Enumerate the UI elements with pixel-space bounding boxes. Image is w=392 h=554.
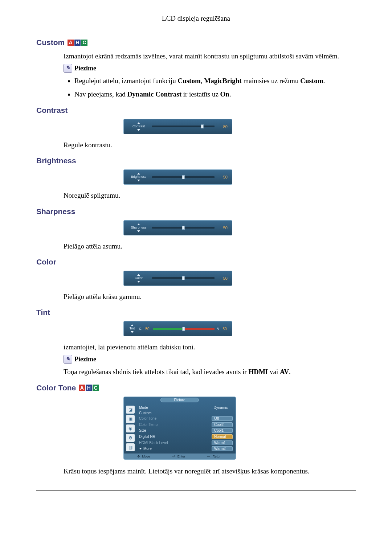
badge-a-icon: A: [68, 40, 74, 46]
osd-menu-item-value[interactable]: Warm2: [212, 446, 233, 451]
osd-sharpness-panel: Sharpness 50: [123, 220, 232, 235]
arrow-up-icon: [137, 173, 140, 175]
osd-color-slider[interactable]: [152, 277, 215, 279]
osd-tint-label-col: Tint: [127, 324, 137, 333]
section-tint-title: Tint: [36, 308, 356, 317]
t: Enter: [177, 455, 185, 458]
osd-menu-item[interactable]: Color Temp.: [139, 423, 209, 427]
osd-tint-slider[interactable]: [153, 328, 214, 330]
menu-input-icon[interactable]: ◪: [126, 406, 135, 414]
arrow-up-icon: [137, 122, 140, 124]
t: vai: [268, 368, 280, 376]
section-color-title-text: Color: [36, 258, 56, 266]
colortone-desc: Krāsu toņus iespējams mainīt. Lietotājs …: [64, 466, 356, 476]
menu-picture-icon[interactable]: ▣: [126, 415, 135, 423]
osd-menu-item-value: Dynamic: [212, 406, 233, 410]
color-desc: Pielāgo attēla krāsu gammu.: [64, 292, 356, 302]
section-contrast-title-text: Contrast: [36, 106, 68, 115]
menu-setup-icon[interactable]: ⚙: [126, 434, 135, 442]
osd-menu-item[interactable]: Color Tone: [139, 416, 209, 420]
t: HDMI: [248, 368, 268, 376]
badge-c-icon: C: [93, 385, 99, 391]
osd-sharpness-slider[interactable]: [152, 227, 215, 229]
return-icon: ↩: [207, 455, 211, 458]
osd-tint-r-value: 50: [221, 327, 228, 331]
arrow-down-icon: [137, 180, 140, 181]
osd-color-label-col: Color: [128, 274, 149, 283]
osd-menu-item[interactable]: Size: [139, 428, 209, 432]
t: .: [289, 368, 291, 376]
osd-menu-iconbar: ◪ ▣ ◉ ⚙ ▥: [124, 403, 137, 454]
osd-menu-header: Picture: [124, 397, 236, 403]
badge-h-icon: H: [86, 385, 92, 391]
move-icon: ✥: [137, 455, 141, 458]
osd-brightness-slider[interactable]: [152, 176, 215, 178]
t: .: [229, 90, 231, 98]
arrow-down-icon: [137, 281, 140, 283]
tint-note-text: Toņa regulēšanas slīdnis tiek attēlots t…: [64, 367, 356, 377]
t: Dynamic Contrast: [127, 90, 181, 98]
brightness-desc: Noregulē spilgtumu.: [64, 190, 356, 201]
arrow-up-icon: [137, 223, 140, 225]
section-contrast-title: Contrast: [36, 106, 356, 115]
osd-tint-panel: Tint G 50 R 50: [123, 321, 232, 336]
osd-contrast-panel: Contrast 80: [123, 119, 232, 134]
osd-menu-item-value[interactable]: Normal: [212, 434, 233, 439]
t: On: [220, 90, 229, 98]
footer-rule: [36, 491, 356, 491]
tint-note-label: Piezīme: [74, 354, 96, 364]
section-sharpness-title: Sharpness: [36, 207, 356, 216]
t: Toņa regulēšanas slīdnis tiek attēlots t…: [64, 368, 248, 376]
osd-menu-item[interactable]: Mode: [139, 406, 209, 410]
custom-bullet-1: Regulējot attēlu, izmantojot funkciju Cu…: [74, 76, 356, 86]
custom-bullets: Regulējot attēlu, izmantojot funkciju Cu…: [64, 76, 356, 99]
chevron-down-icon: [139, 448, 142, 450]
badges-colortone: A H C: [79, 385, 99, 391]
osd-menu-item-label: More: [143, 447, 152, 451]
osd-menu-item-value[interactable]: Cool2: [212, 422, 233, 427]
osd-menu-item-value[interactable]: Cool1: [212, 428, 233, 433]
osd-menu-footer: ✥Move ⏎Enter ↩Return: [124, 454, 236, 459]
osd-contrast-slider[interactable]: [152, 126, 215, 127]
section-colortone-title-text: Color Tone: [36, 383, 76, 392]
section-custom-title-text: Custom: [36, 38, 65, 47]
t: AV: [280, 368, 289, 376]
osd-menu-item-more[interactable]: More: [139, 447, 209, 451]
enter-icon: ⏎: [172, 455, 176, 458]
osd-tint-g-label: G: [139, 327, 142, 331]
osd-sharpness-value: 50: [217, 226, 228, 230]
osd-contrast-label: Contrast: [132, 125, 145, 128]
section-custom-title: Custom A H C: [36, 38, 356, 47]
badge-a-icon: A: [79, 385, 85, 391]
osd-color-label: Color: [135, 276, 143, 280]
osd-tint-r-label: R: [217, 327, 219, 331]
osd-tint-g-value: 50: [144, 327, 151, 331]
t: Return: [212, 455, 222, 458]
osd-menu-item[interactable]: HDMI Black Level: [139, 441, 209, 445]
osd-brightness-value: 50: [217, 175, 228, 179]
osd-menu-item[interactable]: Digital NR: [139, 435, 209, 439]
osd-sharpness-label-col: Sharpness: [128, 223, 149, 232]
osd-brightness-label: Brightness: [131, 175, 147, 179]
osd-contrast-value: 80: [217, 124, 228, 129]
osd-menu-item-value[interactable]: Off: [212, 416, 233, 421]
osd-menu-item[interactable]: Custom: [139, 411, 209, 415]
tint-note: ✎ Piezīme: [64, 354, 356, 364]
osd-brightness-panel: Brightness 50: [123, 169, 232, 185]
osd-menu-list: ModeDynamicCustomColor ToneOffColor Temp…: [137, 403, 236, 454]
arrow-down-icon: [137, 129, 140, 131]
osd-tint-label: Tint: [130, 327, 135, 331]
osd-brightness-label-col: Brightness: [128, 173, 149, 181]
menu-sound-icon[interactable]: ◉: [126, 424, 135, 432]
osd-menu-title: Picture: [160, 398, 199, 402]
t: Nav pieejams, kad: [74, 90, 127, 98]
osd-menu-item-value[interactable]: Warm1: [212, 440, 233, 445]
arrow-down-icon: [137, 230, 140, 232]
section-color-title: Color: [36, 258, 356, 266]
menu-multi-icon[interactable]: ▥: [126, 443, 135, 451]
section-sharpness-title-text: Sharpness: [36, 207, 75, 216]
arrow-down-icon: [131, 331, 134, 333]
t: Move: [142, 455, 150, 458]
note-icon: ✎: [64, 64, 72, 73]
badges-custom: A H C: [68, 40, 87, 46]
